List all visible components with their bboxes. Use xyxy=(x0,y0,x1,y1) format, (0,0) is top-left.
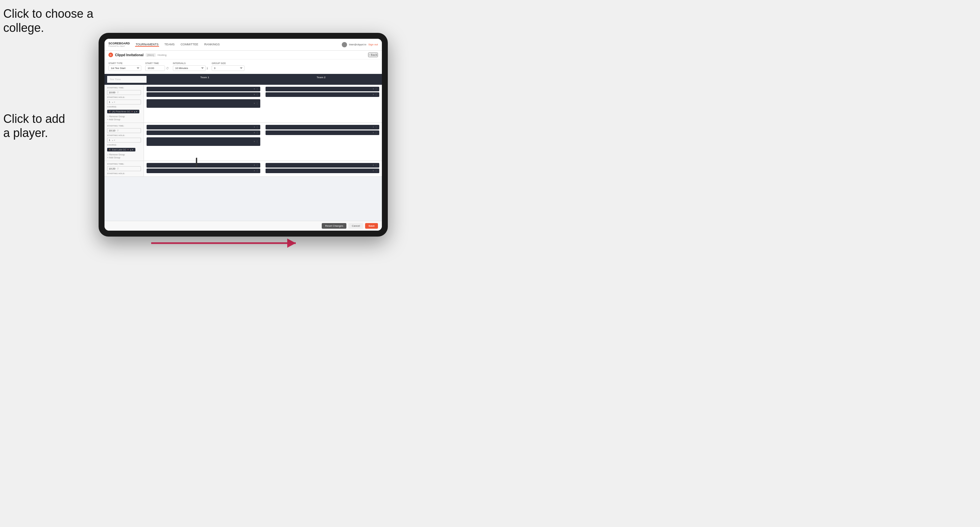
start-type-group: Start Type 1st Tee Start xyxy=(108,62,141,71)
hosting-badge: Hosting xyxy=(158,54,167,57)
player-slot-6-2[interactable]: ×⋮ xyxy=(266,168,379,173)
remove-group-btn-2[interactable]: ○ Remove Group xyxy=(107,154,141,156)
nav-tournaments[interactable]: TOURNAMENTS xyxy=(135,43,159,47)
course-remove-1[interactable]: × xyxy=(132,110,133,113)
tee-time-col-1: STARTING TIME: 10:00 ⏱ STARTING HOLE: 1 … xyxy=(105,85,144,122)
annotation-player: Click to add a player. xyxy=(3,112,65,140)
tablet-side-button xyxy=(196,158,197,168)
sign-out-link[interactable]: Sign out xyxy=(368,43,378,46)
course-label-2: COURSE: xyxy=(107,144,141,146)
player-slot-1-2[interactable]: ×⋮ xyxy=(146,92,260,97)
app-logo: SCOREBOARD Powered by clippd xyxy=(108,42,130,47)
add-group-btn-1[interactable]: + Add Group xyxy=(107,118,141,121)
player-slot-2-2[interactable]: ×⋮ xyxy=(266,92,379,97)
nav-rankings[interactable]: RANKINGS xyxy=(204,43,220,47)
slot-x-1-2[interactable]: × xyxy=(254,93,255,96)
time-icon-2: ⏱ xyxy=(117,129,119,132)
slot-chevron-1-3: ⋮ xyxy=(256,102,258,105)
slot-x-6-2[interactable]: × xyxy=(373,170,374,172)
player-slot-1-1[interactable]: ×⋮ xyxy=(146,87,260,91)
remove-group-btn-1[interactable]: ○ Remove Group xyxy=(107,115,141,117)
gender-badge: (Men) xyxy=(146,53,156,57)
course-remove-2[interactable]: × xyxy=(127,149,129,151)
slot-x-3-2[interactable]: × xyxy=(254,132,255,134)
intervals-icon: ℹ xyxy=(207,67,208,70)
player-slot-4-1[interactable]: ×⋮ xyxy=(266,125,379,129)
group-row-3: STARTING TIME: 10:20 ⏱ STARTING HOLE: ×⋮… xyxy=(105,161,382,177)
team2-col-1: ×⋮ ×⋮ xyxy=(263,85,382,122)
col-header-team1: Team 1 xyxy=(146,76,263,83)
tee-time-col-2: STARTING TIME: 10:10 ⏱ STARTING HOLE: 1 … xyxy=(105,123,144,161)
starting-hole-label-3: STARTING HOLE: xyxy=(107,173,141,175)
start-time-input[interactable] xyxy=(145,65,165,71)
starting-time-input-1[interactable]: 10:00 ⏱ xyxy=(107,90,141,95)
player-slot-1-3[interactable]: ×⋮ xyxy=(146,99,260,108)
slot-x-2-1[interactable]: × xyxy=(373,88,374,90)
tablet-device: SCOREBOARD Powered by clippd TOURNAMENTS… xyxy=(99,33,388,237)
slot-x-1-1[interactable]: × xyxy=(254,88,255,90)
nav-committee[interactable]: COMMITTEE xyxy=(180,43,199,47)
slot-chevron-5-2: ⋮ xyxy=(256,170,258,172)
slot-x-4-2[interactable]: × xyxy=(373,132,374,134)
intervals-select[interactable]: 10 Minutes xyxy=(173,65,206,71)
starting-time-label-3: STARTING TIME: xyxy=(107,163,141,165)
start-time-group: Start Time ⏱ xyxy=(145,62,169,71)
annotation-college: Click to choose a college. xyxy=(3,6,93,35)
team1-col-1: ×⋮ ×⋮ ×⋮ xyxy=(144,85,263,122)
back-button[interactable]: ‹ Back xyxy=(368,52,378,57)
user-email: blair@clippd.io xyxy=(349,43,366,46)
start-time-label: Start Time xyxy=(145,62,169,64)
player-slot-3-2[interactable]: ×⋮ xyxy=(146,130,260,135)
group-actions-2: ○ Remove Group + Add Group xyxy=(107,154,141,159)
player-slot-3-3[interactable]: ×⋮ xyxy=(146,137,260,146)
sub-header-left: C Clippd Invitational (Men) Hosting xyxy=(108,52,167,57)
add-group-btn-2[interactable]: + Add Group xyxy=(107,156,141,159)
starting-time-input-3[interactable]: 10:20 ⏱ xyxy=(107,166,141,171)
slot-x-2-2[interactable]: × xyxy=(373,93,374,96)
cancel-button[interactable]: Cancel xyxy=(348,223,363,229)
slot-x-5-1[interactable]: × xyxy=(254,164,255,167)
course-tag-2[interactable]: 🏌 East Lake GC × ▲▼ xyxy=(107,148,135,151)
course-label-1: COURSE: xyxy=(107,106,141,108)
col-header-team2: Team 2 xyxy=(263,76,379,83)
group-row: STARTING TIME: 10:00 ⏱ STARTING HOLE: 1 … xyxy=(105,85,382,123)
slot-chevron-4-2: ⋮ xyxy=(375,132,377,134)
reset-changes-button[interactable]: Reset Changes xyxy=(322,223,346,229)
player-slot-4-2[interactable]: ×⋮ xyxy=(266,130,379,135)
tournament-logo: C xyxy=(108,52,113,57)
start-type-select[interactable]: 1st Tee Start xyxy=(108,65,141,71)
player-slot-6-1[interactable]: ×⋮ xyxy=(266,163,379,168)
slot-chevron-6-1: ⋮ xyxy=(375,164,377,167)
starting-hole-select-1[interactable]: 1 ▲▼ xyxy=(107,100,141,105)
slot-x-6-1[interactable]: × xyxy=(373,164,374,167)
group-size-group: Group Size 3 xyxy=(212,62,245,71)
player-slot-5-2[interactable]: ×⋮ xyxy=(146,168,260,173)
nav-teams[interactable]: TEAMS xyxy=(164,43,175,47)
save-button[interactable]: Save xyxy=(365,223,378,229)
slot-chevron-3-3: ⋮ xyxy=(256,140,258,143)
schedule-content: STARTING TIME: 10:00 ⏱ STARTING HOLE: 1 … xyxy=(105,85,382,221)
player-slot-3-1[interactable]: ×⋮ xyxy=(146,125,260,129)
slot-chevron-4-1: ⋮ xyxy=(375,126,377,129)
sub-header: C Clippd Invitational (Men) Hosting ‹ Ba… xyxy=(105,51,382,59)
slot-x-5-2[interactable]: × xyxy=(254,170,255,172)
slot-chevron-3-1: ⋮ xyxy=(256,126,258,129)
starting-time-input-2[interactable]: 10:10 ⏱ xyxy=(107,128,141,133)
course-tag-1[interactable]: 🏌 (A) Peachtree GC × ▲▼ xyxy=(107,110,139,113)
slot-x-3-1[interactable]: × xyxy=(254,126,255,129)
slot-x-3-3[interactable]: × xyxy=(254,140,255,143)
starting-hole-select-2[interactable]: 1 ▲▼ xyxy=(107,138,141,143)
slot-chevron-5-1: ⋮ xyxy=(256,164,258,167)
schedule-header: Tee Time Team 1 Team 2 xyxy=(105,74,382,85)
starting-time-label-2: STARTING TIME: xyxy=(107,125,141,127)
tournament-name: Clippd Invitational xyxy=(115,53,144,57)
group-size-label: Group Size xyxy=(212,62,245,64)
nav-links: TOURNAMENTS TEAMS COMMITTEE RANKINGS xyxy=(135,43,342,47)
player-slot-2-1[interactable]: ×⋮ xyxy=(266,87,379,91)
tee-time-col-3: STARTING TIME: 10:20 ⏱ STARTING HOLE: xyxy=(105,161,144,176)
player-slot-5-1[interactable]: ×⋮ xyxy=(146,163,260,168)
slot-x-4-1[interactable]: × xyxy=(373,126,374,129)
group-size-select[interactable]: 3 xyxy=(212,65,245,71)
course-row-1: 🏌 (A) Peachtree GC × ▲▼ xyxy=(107,110,141,113)
slot-x-1-3[interactable]: × xyxy=(254,102,255,105)
